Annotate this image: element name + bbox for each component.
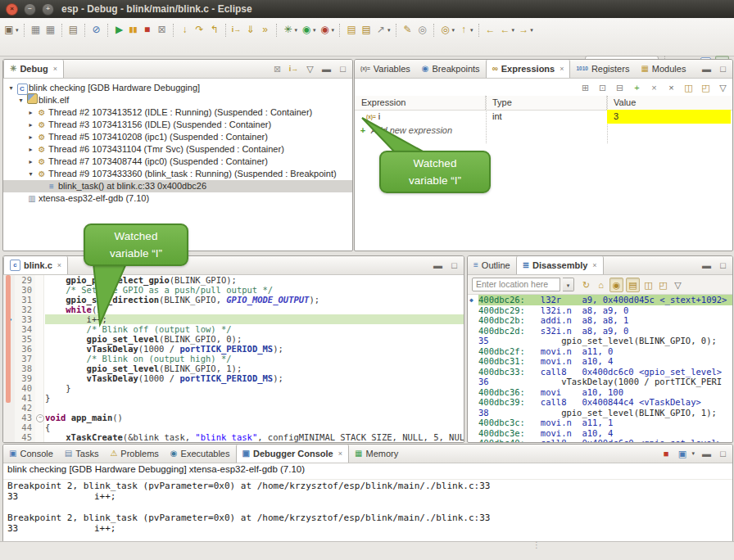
tree-row[interactable]: ▸⚙Thread #2 1073413512 (IDLE : Running) … <box>3 106 352 119</box>
editor-annotation-ruler[interactable]: → <box>3 275 16 442</box>
instruction-stepping-mode-icon[interactable]: i→ <box>288 62 300 75</box>
tree-row[interactable]: ▾blink.elf <box>3 94 352 106</box>
tree-expand-toggle[interactable]: ▸ <box>26 143 35 156</box>
run-icon[interactable]: ◉ <box>299 22 314 38</box>
code-line[interactable]: vTaskDelay(1000 / portTICK_PERIOD_MS); <box>45 344 464 354</box>
disassembly-line[interactable]: 400dbc3e: movi.n a10, 4 <box>478 428 732 439</box>
back-dropdown-icon[interactable]: ▾ <box>512 27 515 34</box>
type-cell[interactable]: int <box>486 110 607 124</box>
maximize-icon[interactable]: □ <box>717 62 729 75</box>
tree-expand-toggle[interactable]: ▾ <box>16 94 25 106</box>
resume-icon[interactable]: ▶ <box>112 22 127 38</box>
tree-row[interactable]: ▸⚙Thread #7 1073408744 (ipc0) (Suspended… <box>3 156 352 168</box>
window-close-button[interactable]: × <box>6 3 18 16</box>
show-type-names-icon[interactable]: ⊞ <box>579 81 591 94</box>
maximize-icon[interactable]: □ <box>337 62 349 75</box>
maximize-icon[interactable]: □ <box>717 259 729 272</box>
launch-icon[interactable]: ↗ <box>374 22 388 38</box>
disassembly-line[interactable]: ◆400dbc26: l32r a9, 0x400d045c <_stext+1… <box>478 295 732 305</box>
disassembly-line[interactable]: 38 gpio_set_level(BLINK_GPIO, 1); <box>478 408 732 418</box>
external-tools-dropdown-icon[interactable]: ▾ <box>332 27 335 34</box>
add-expression-icon[interactable]: + <box>631 81 643 94</box>
disassembly-line[interactable]: 400dbc3c: movi.n a11, 1 <box>478 418 732 428</box>
tab-variables[interactable]: (x)=Variables <box>355 60 416 78</box>
close-icon[interactable]: × <box>560 65 564 73</box>
disassembly-line[interactable]: 400dbc2b: addi.n a8, a8, 1 <box>478 315 732 326</box>
suspend-icon[interactable]: ▮▮ <box>127 22 140 38</box>
view-menu-icon[interactable]: ▽ <box>304 62 316 75</box>
tree-expand-toggle[interactable]: ▸ <box>26 131 35 143</box>
debug-icon[interactable]: ✳ <box>281 22 296 38</box>
code-line[interactable]: xTaskCreate(&blink_task, "blink_task", c… <box>45 432 464 442</box>
use-step-filters-icon[interactable]: » <box>258 22 273 38</box>
window-maximize-button[interactable]: + <box>42 3 54 16</box>
disassembly-line[interactable]: 400dbc2f: movi.n a11, 0 <box>478 346 732 357</box>
sash-handle[interactable]: ⋮ <box>532 543 541 548</box>
open-resource-icon[interactable]: ▤ <box>359 22 374 38</box>
tree-row[interactable]: ▸⚙Thread #6 1073431104 (Tmr Svc) (Suspen… <box>3 143 352 156</box>
back-history-icon[interactable]: ← <box>483 22 498 38</box>
show-source-icon[interactable]: ▤ <box>626 278 640 292</box>
disassembly-line[interactable]: 36 vTaskDelay(1000 / portTICK_PERI <box>478 377 732 387</box>
skip-all-breakpoints-icon[interactable]: ⊘ <box>89 22 104 38</box>
open-task-icon[interactable]: ▤ <box>344 22 359 38</box>
code-line[interactable]: /* Blink on (output high) */ <box>45 354 464 364</box>
step-over-icon[interactable]: ↷ <box>193 22 207 38</box>
annotate-icon[interactable]: ✎ <box>401 22 415 38</box>
tab-blink-c[interactable]: c blink.c × <box>3 256 68 274</box>
code-line[interactable]: gpio_set_level(BLINK_GPIO, 0); <box>45 334 464 344</box>
remove-all-terminated-icon[interactable]: ⊠ <box>271 62 283 75</box>
step-into-icon[interactable]: ↓ <box>178 22 193 38</box>
pin-editor-icon[interactable]: ◎ <box>438 22 453 38</box>
tab-expressions[interactable]: ∞Expressions× <box>486 60 571 78</box>
drop-to-frame-icon[interactable]: ⇓ <box>243 22 258 38</box>
remove-expression-icon[interactable]: × <box>648 81 660 94</box>
code-line[interactable]: void app_main() <box>45 413 464 422</box>
terminate-icon[interactable]: ■ <box>140 22 155 38</box>
save-all-icon[interactable]: ▦ <box>43 22 58 38</box>
disconnect-icon[interactable]: ⊠ <box>155 22 170 38</box>
close-icon[interactable]: × <box>592 261 596 269</box>
fold-collapse-icon[interactable]: − <box>36 414 44 422</box>
tab-console[interactable]: ▣Console <box>3 445 59 463</box>
tab-debug[interactable]: ✳ Debug × <box>3 60 64 78</box>
disassembly-line[interactable]: 400dbc29: l32i.n a8, a9, 0 <box>478 305 732 316</box>
disassembly-line[interactable]: 400dbc31: movi.n a10, 4 <box>478 356 732 367</box>
code-line[interactable]: } <box>45 393 464 403</box>
minimize-icon[interactable]: ▬ <box>700 447 713 460</box>
forward-icon[interactable]: → <box>516 22 531 38</box>
console-output[interactable]: Breakpoint 2, blink_task (pvParameter=0x… <box>3 479 732 542</box>
sync-with-active-context-icon[interactable]: ◉ <box>609 278 623 292</box>
collapse-all-icon[interactable]: ⊟ <box>614 81 626 94</box>
code-line[interactable] <box>45 403 464 413</box>
minimize-icon[interactable]: ▬ <box>432 259 444 272</box>
editor-line-numbers[interactable]: 293031323334353637383940414243444546 <box>15 275 35 442</box>
tab-problems[interactable]: ⚠Problems <box>104 445 164 463</box>
disassembly-line[interactable]: 400dbc33: call8 0x400dc6c0 <gpio_set_lev… <box>478 367 732 377</box>
back-icon[interactable]: ← <box>498 22 513 38</box>
remove-all-expressions-icon[interactable]: × <box>665 81 677 94</box>
launch-dropdown-icon[interactable]: ▾ <box>387 27 391 34</box>
location-dropdown-icon[interactable]: ▾ <box>563 278 574 291</box>
new-wizard-icon[interactable]: ▣ <box>2 22 16 38</box>
show-logical-structure-icon[interactable]: ⊡ <box>596 81 609 94</box>
external-tools-icon[interactable]: ◉ <box>318 22 333 38</box>
open-new-view-icon[interactable]: ◰ <box>700 81 712 94</box>
tab-tasks[interactable]: ▤Tasks <box>59 445 105 463</box>
debug-dropdown-icon[interactable]: ▾ <box>295 27 298 34</box>
disassembly-line[interactable]: 400dbc36: movi a10, 100 <box>478 387 732 398</box>
last-edit-location-icon[interactable]: ↑ <box>456 22 471 38</box>
tab-modules[interactable]: ▦Modules <box>635 60 691 78</box>
tree-expand-toggle[interactable]: ▸ <box>26 106 35 119</box>
view-menu-icon[interactable]: ▽ <box>672 278 684 291</box>
minimize-icon[interactable]: ▬ <box>700 62 713 75</box>
minimize-icon[interactable]: ▬ <box>320 62 333 75</box>
tree-row[interactable]: ▸⚙Thread #3 1073413156 (IDLE) (Suspended… <box>3 119 352 131</box>
column-header-expression[interactable]: Expression <box>355 96 486 110</box>
view-menu-icon[interactable]: ▽ <box>717 81 729 94</box>
code-line[interactable]: { <box>45 422 464 432</box>
tree-row[interactable]: ≡blink_task() at blink.c:33 0x400dbc26 <box>3 180 352 192</box>
disassembly-line[interactable]: 400dbc2d: s32i.n a8, a9, 0 <box>478 326 732 336</box>
value-cell[interactable]: 3 <box>607 110 731 124</box>
tree-expand-toggle[interactable]: ▾ <box>26 168 35 180</box>
